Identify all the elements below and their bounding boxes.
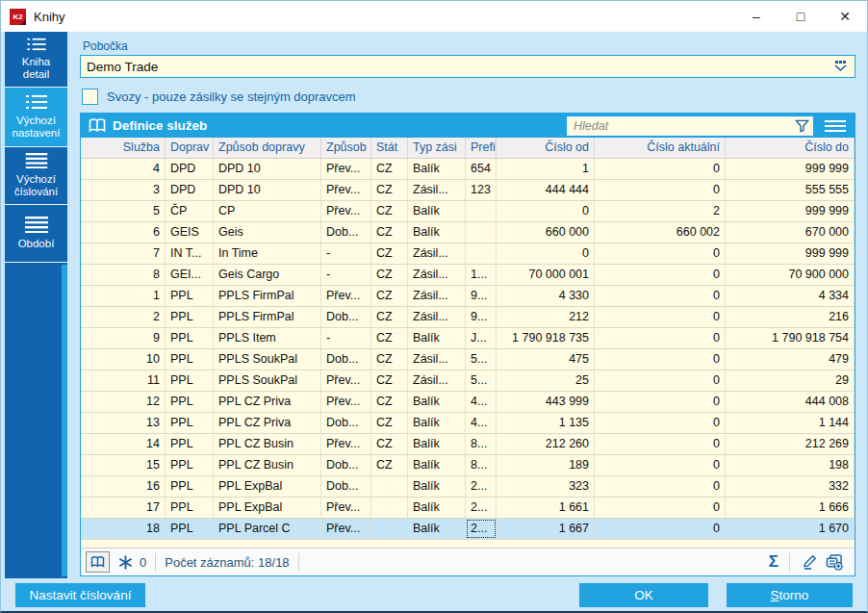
table-cell[interactable]: 17 (81, 498, 166, 518)
table-cell[interactable]: 999 999 (726, 243, 855, 264)
filter-funnel-icon[interactable] (795, 119, 809, 133)
table-cell[interactable]: 0 (595, 243, 726, 264)
table-cell[interactable]: Přev... (321, 519, 371, 539)
table-row[interactable]: 17PPLPPL ExpBalPřev...Balík2...1 66101 6… (81, 498, 855, 519)
table-cell[interactable]: 9... (466, 307, 497, 327)
table-cell[interactable]: 0 (595, 519, 726, 539)
table-cell[interactable]: 212 (497, 307, 595, 327)
table-cell[interactable]: 4 330 (497, 286, 595, 306)
grid-menu-icon[interactable] (821, 116, 850, 136)
table-cell[interactable]: 1 (497, 159, 595, 179)
table-cell[interactable]: 4... (466, 392, 497, 412)
table-cell[interactable]: 212 260 (497, 434, 595, 454)
table-row[interactable]: 18PPLPPL Parcel CPřev...Balík2...1 66701… (81, 519, 855, 540)
table-cell[interactable]: DPD (166, 180, 214, 200)
table-cell[interactable]: 0 (595, 455, 726, 475)
table-cell[interactable]: PPL (166, 455, 214, 475)
table-cell[interactable]: 479 (726, 349, 855, 370)
table-cell[interactable]: GEIS (166, 222, 214, 243)
table-cell[interactable]: Zásil... (408, 307, 466, 327)
sidebar-item-kniha-detail[interactable]: Kniha detail (5, 32, 67, 88)
maximize-button[interactable]: □ (779, 1, 823, 32)
table-cell[interactable]: 0 (497, 243, 595, 264)
table-cell[interactable]: Balík (408, 519, 466, 539)
table-cell[interactable]: 15 (81, 455, 166, 475)
table-cell[interactable]: PPLS Item (214, 328, 321, 348)
table-cell[interactable]: 0 (595, 498, 726, 518)
table-cell[interactable]: PPL (166, 286, 214, 306)
table-cell[interactable]: Balík (408, 434, 466, 454)
table-cell[interactable]: 212 269 (726, 434, 855, 454)
table-cell[interactable]: Balík (408, 392, 466, 412)
table-cell[interactable]: PPLS FirmPal (214, 307, 321, 327)
cancel-button[interactable]: Storno (727, 583, 853, 607)
table-cell[interactable]: CZ (371, 265, 408, 285)
table-cell[interactable]: 0 (595, 286, 726, 306)
table-cell[interactable]: CZ (371, 455, 408, 475)
table-cell[interactable]: 8... (466, 455, 497, 475)
minimize-button[interactable]: – (734, 1, 779, 32)
table-cell[interactable]: 0 (595, 392, 726, 412)
table-cell[interactable]: PPL (166, 498, 214, 518)
table-cell[interactable]: PPL ExpBal (214, 498, 321, 518)
table-cell[interactable]: 123 (466, 180, 497, 200)
table-row[interactable]: 4DPDDPD 10Přev...CZBalík65410999 999 (81, 159, 855, 180)
search-input[interactable] (574, 119, 795, 133)
table-cell[interactable]: PPL (166, 413, 214, 433)
table-cell[interactable]: 475 (497, 349, 595, 370)
table-cell[interactable]: 6 (81, 222, 166, 243)
svozy-checkbox[interactable] (82, 89, 98, 105)
table-cell[interactable]: 332 (726, 476, 855, 497)
table-cell[interactable]: CZ (371, 159, 408, 179)
column-header[interactable]: Stát (371, 138, 408, 158)
sidebar-item-obdobi[interactable]: Období (5, 205, 67, 263)
table-cell[interactable]: PPL Parcel C (214, 519, 321, 539)
table-cell[interactable]: 14 (81, 434, 166, 454)
table-cell[interactable]: Zásil... (408, 243, 466, 264)
table-cell[interactable]: Zásil... (408, 265, 466, 285)
table-cell[interactable]: 2 (595, 201, 726, 221)
table-cell[interactable]: 216 (726, 307, 855, 327)
table-cell[interactable]: In Time (214, 243, 321, 264)
table-cell[interactable]: CZ (371, 328, 408, 348)
table-cell[interactable]: 11 (81, 370, 166, 391)
table-cell[interactable]: 1 670 (726, 519, 855, 539)
table-cell[interactable]: PPLS SoukPal (214, 370, 321, 391)
table-cell[interactable]: 443 999 (497, 392, 595, 412)
table-cell[interactable]: 670 000 (726, 222, 855, 243)
table-row[interactable]: 8GEI...Geis Cargo-CZZásil...1...70 000 0… (81, 265, 855, 286)
table-cell[interactable]: PPL (166, 328, 214, 348)
table-cell[interactable]: Dob... (321, 476, 371, 497)
table-cell[interactable]: Geis (214, 222, 321, 243)
table-cell[interactable]: 0 (595, 180, 726, 200)
column-header[interactable]: Doprav (166, 138, 214, 158)
table-cell[interactable]: 2... (466, 476, 497, 497)
table-cell[interactable]: 5... (466, 370, 497, 391)
table-cell[interactable]: CZ (371, 201, 408, 221)
conditions-button[interactable] (118, 555, 133, 570)
table-cell[interactable]: 70 900 000 (726, 265, 855, 285)
table-row[interactable]: 16PPLPPL ExpBalDob...Balík2...3230332 (81, 476, 855, 498)
sidebar-item-vychozi-nastaveni[interactable]: Výchozí nastavení (5, 88, 67, 147)
table-cell[interactable] (371, 498, 408, 518)
table-cell[interactable]: 18 (81, 519, 166, 539)
table-row[interactable]: 11PPLPPLS SoukPalPřev...CZZásil...5...25… (81, 370, 855, 392)
table-cell[interactable]: 0 (497, 201, 595, 221)
table-cell[interactable]: CZ (371, 180, 408, 200)
table-cell[interactable] (466, 243, 497, 264)
table-cell[interactable]: Dob... (321, 349, 371, 370)
table-cell[interactable]: 29 (726, 370, 855, 391)
table-cell[interactable]: Přev... (321, 498, 371, 518)
table-cell[interactable]: - (321, 243, 371, 264)
table-cell[interactable]: 1 144 (726, 413, 855, 433)
table-cell[interactable]: 4... (466, 413, 497, 433)
table-cell[interactable]: 1... (466, 265, 497, 285)
table-cell[interactable]: 2... (466, 519, 497, 539)
table-cell[interactable] (466, 201, 497, 221)
table-cell[interactable]: PPL ExpBal (214, 476, 321, 497)
table-cell[interactable]: 25 (497, 370, 595, 391)
sum-button[interactable]: Σ (767, 552, 780, 572)
table-row[interactable]: 9PPLPPLS Item-CZBalíkJ...1 790 918 73501… (81, 328, 855, 349)
table-cell[interactable]: PPL CZ Priva (214, 392, 321, 412)
table-cell[interactable]: 0 (595, 413, 726, 433)
